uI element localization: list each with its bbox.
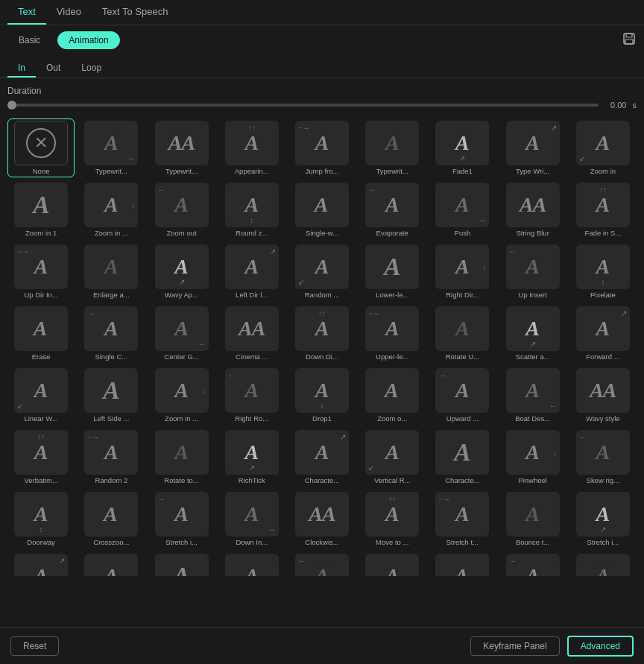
advanced-button[interactable]: Advanced bbox=[567, 636, 634, 657]
anim-item-updirin[interactable]: A··→Up Dir In... bbox=[7, 242, 75, 301]
anim-item-zoomin4[interactable]: A↗Zoom in ... bbox=[7, 551, 75, 576]
anim-thumb-downin: A↔ bbox=[225, 492, 279, 537]
anim-item-random2[interactable]: A··→Random 2 bbox=[78, 428, 145, 487]
anim-item-crosszoo[interactable]: ACrosszoo... bbox=[78, 490, 145, 548]
anim-item-wavyap[interactable]: A↗Wavy Ap... bbox=[148, 242, 215, 301]
anim-item-roundz[interactable]: A↕Round z... bbox=[218, 180, 285, 239]
anim-label-none: None bbox=[33, 167, 50, 175]
anim-item-skewright[interactable]: A←Skew rig... bbox=[569, 428, 637, 487]
anim-item-upperle[interactable]: A··→Upper-le... bbox=[359, 304, 426, 363]
anim-item-drop1[interactable]: A↕Drop1 bbox=[288, 366, 356, 425]
anim-item-singlew[interactable]: ASingle-w... bbox=[288, 180, 356, 239]
anim-item-random[interactable]: A↙Random ... bbox=[288, 242, 356, 301]
anim-item-zoomin2[interactable]: A↓Zoom in ... bbox=[78, 180, 145, 239]
anim-item-fade1[interactable]: A↗Fade1 bbox=[429, 118, 496, 177]
anim-item-typewrite3[interactable]: ATypewrit... bbox=[359, 118, 426, 177]
anim-thumb-downdi: A↑↑ bbox=[295, 306, 349, 351]
anim-item-push[interactable]: A↔Push bbox=[429, 180, 496, 239]
anim-item-rotateto[interactable]: ARotate to... bbox=[148, 428, 215, 487]
anim-item-richtick[interactable]: A↗RichTick bbox=[218, 428, 285, 487]
anim-item-centerg[interactable]: A↔Center G... bbox=[148, 304, 215, 363]
duration-slider[interactable] bbox=[7, 104, 599, 107]
anim-item-charact1[interactable]: A↗Characte... bbox=[288, 428, 356, 487]
anim-item-stringblur[interactable]: AAString Blur bbox=[499, 180, 566, 239]
anim-item-anim70[interactable]: A bbox=[429, 551, 496, 576]
anim-item-charact2[interactable]: ACharacte... bbox=[429, 428, 496, 487]
anim-item-pinwheel[interactable]: A↓Pinwheel bbox=[499, 428, 566, 487]
anim-item-zoomin[interactable]: A↙Zoom in bbox=[569, 118, 637, 177]
anim-thumb-zoomout: A← bbox=[155, 183, 209, 227]
tab-video[interactable]: Video bbox=[46, 0, 92, 25]
anim-item-rightdir[interactable]: A↓Right Dir... bbox=[429, 242, 496, 301]
anim-item-verticalr[interactable]: A↙Vertical R... bbox=[359, 428, 426, 487]
anim-item-singlec[interactable]: A→Single C... bbox=[78, 304, 145, 363]
anim-item-downin[interactable]: A↔Down In... bbox=[218, 490, 285, 548]
anim-item-zoomin3[interactable]: A↓Zoom in ... bbox=[148, 366, 215, 425]
anim-item-none[interactable]: ✕None bbox=[7, 118, 75, 177]
anim-item-pixelate[interactable]: A↕Pixelate bbox=[569, 242, 637, 301]
anim-item-fadeins[interactable]: A↑↑Fade in S... bbox=[569, 180, 637, 239]
anim-item-boatdes[interactable]: A↔Boat Des... bbox=[499, 366, 566, 425]
anim-item-wavystyle[interactable]: AAWavy style bbox=[569, 366, 637, 425]
anim-item-moveto[interactable]: A↑↑Move to ... bbox=[359, 490, 426, 548]
anim-item-anim71[interactable]: A→ bbox=[499, 551, 566, 576]
anim-thumb-stretcht: A··→ bbox=[435, 492, 489, 537]
anim-item-clockwis[interactable]: AAClockwis... bbox=[288, 490, 356, 548]
anim-item-scattera[interactable]: A↗Scatter a... bbox=[499, 304, 566, 363]
anim-item-zoomo2[interactable]: AZoom o... bbox=[148, 551, 215, 576]
anim-item-bouncet[interactable]: ABounce t... bbox=[499, 490, 566, 548]
anim-item-rotateu[interactable]: ARotate U... bbox=[429, 304, 496, 363]
anim-thumb-linearw: A↙ bbox=[14, 368, 68, 413]
anim-item-upinsert[interactable]: A←Up Insert bbox=[499, 242, 566, 301]
subtab-animation[interactable]: Animation bbox=[57, 31, 119, 49]
anim-item-anim67[interactable]: A↓ bbox=[218, 551, 285, 576]
anim-item-typewrite2[interactable]: AATypewrit... bbox=[148, 118, 215, 177]
tab-text[interactable]: Text bbox=[7, 0, 46, 25]
anim-item-verbatim[interactable]: A↑↑Verbatim... bbox=[7, 428, 75, 487]
anim-item-zoomin1[interactable]: AZoom in 1 bbox=[7, 180, 75, 239]
animtab-out[interactable]: Out bbox=[36, 60, 71, 78]
anim-item-lowerle[interactable]: ALower-le... bbox=[359, 242, 426, 301]
anim-thumb-cinema: AA bbox=[225, 306, 279, 351]
keyframe-panel-button[interactable]: Keyframe Panel bbox=[470, 636, 559, 656]
anim-item-evaporate[interactable]: A→Evaporate bbox=[359, 180, 426, 239]
anim-item-leftside[interactable]: ALeft Side ... bbox=[78, 366, 145, 425]
anim-item-typewrite1[interactable]: A↔Typewrit... bbox=[78, 118, 145, 177]
anim-item-drop[interactable]: A↙Drop bbox=[78, 551, 145, 576]
anim-item-zoomout[interactable]: A←Zoom out bbox=[148, 180, 215, 239]
anim-thumb-wavyap: A↗ bbox=[155, 244, 209, 289]
anim-item-stretchi2[interactable]: A↗Stretch i... bbox=[569, 490, 637, 548]
anim-item-enlargea[interactable]: AEnlarge a... bbox=[78, 242, 145, 301]
anim-item-anim69[interactable]: A↕ bbox=[359, 551, 426, 576]
anim-thumb-push: A↔ bbox=[435, 183, 489, 227]
anim-item-rightroz[interactable]: A←Right Ro... bbox=[218, 366, 285, 425]
animtab-loop[interactable]: Loop bbox=[71, 60, 112, 78]
subtab-basic[interactable]: Basic bbox=[7, 31, 51, 49]
anim-label-leftside: Left Side ... bbox=[93, 414, 129, 423]
anim-item-jumpfrom[interactable]: A··→Jump fro... bbox=[288, 118, 356, 177]
anim-item-zoomo[interactable]: AZoom o... bbox=[359, 366, 426, 425]
anim-label-singlec: Single C... bbox=[95, 352, 127, 361]
anim-item-doorway[interactable]: A↕Doorway bbox=[7, 490, 75, 548]
sub-tabs: Basic Animation bbox=[0, 25, 644, 55]
top-tabs: Text Video Text To Speech bbox=[0, 0, 644, 25]
anim-item-anim72[interactable]: A↔ bbox=[569, 551, 637, 576]
anim-label-skewright: Skew rig... bbox=[587, 476, 619, 484]
anim-item-typewri[interactable]: A↗Type Wri... bbox=[499, 118, 566, 177]
anim-item-erase[interactable]: AErase bbox=[7, 304, 75, 363]
reset-button[interactable]: Reset bbox=[10, 636, 59, 656]
anim-item-stretchi1[interactable]: A→Stretch i... bbox=[148, 490, 215, 548]
save-icon[interactable] bbox=[622, 31, 637, 49]
animtab-in[interactable]: In bbox=[7, 60, 36, 78]
anim-item-stretcht[interactable]: A··→Stretch t... bbox=[429, 490, 496, 548]
anim-item-cinema[interactable]: AACinema ... bbox=[218, 304, 285, 363]
anim-item-leftdirl[interactable]: A↗Left Dir l... bbox=[218, 242, 285, 301]
tab-text-to-speech[interactable]: Text To Speech bbox=[92, 0, 179, 25]
anim-item-linearw[interactable]: A↙Linear W... bbox=[7, 366, 75, 425]
anim-item-forward[interactable]: A↗Forward ... bbox=[569, 304, 637, 363]
anim-thumb-upinsert: A← bbox=[506, 244, 560, 289]
anim-item-upward[interactable]: A→Upward ... bbox=[429, 366, 496, 425]
anim-item-downdi[interactable]: A↑↑Down Di... bbox=[288, 304, 356, 363]
anim-item-appearing[interactable]: A↑↑Appearin... bbox=[218, 118, 285, 177]
anim-item-anim68[interactable]: A← bbox=[288, 551, 356, 576]
